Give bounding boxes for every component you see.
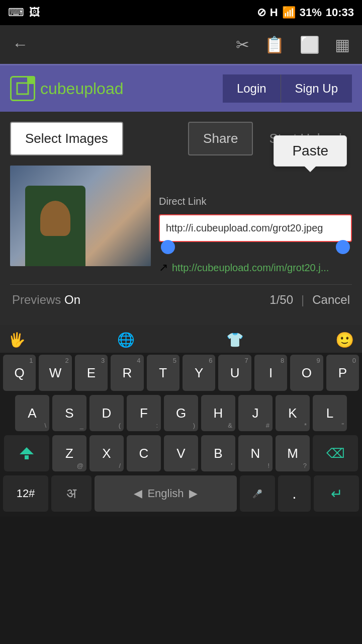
paste-button[interactable]: Paste	[274, 135, 347, 167]
key-a[interactable]: A\	[15, 395, 49, 431]
key-z[interactable]: Z@	[52, 435, 86, 471]
key-t[interactable]: 5T	[147, 355, 179, 391]
keyboard-row-2: A\ S_ D( F: G) H& J# K* L"	[0, 393, 362, 433]
kb-hand-icon[interactable]: 🖐	[8, 332, 26, 348]
signal-bars: 📶	[282, 6, 296, 19]
image-counter: 1/50	[269, 293, 293, 307]
enter-key[interactable]: ↵	[314, 475, 359, 512]
logo-icon	[10, 76, 35, 101]
select-images-button[interactable]: Select Images	[10, 122, 123, 155]
header-buttons: Login Sign Up	[223, 74, 352, 103]
image-links-row: Direct Link ↗ http://cubeupload.com/im/g…	[10, 166, 352, 274]
grid-icon[interactable]: ▦	[335, 35, 350, 54]
main-content: Select Images Share Start Upload Paste D…	[0, 112, 362, 325]
shift-key[interactable]	[4, 435, 49, 471]
keyboard-row-1: 1Q 2W 3E 4R 5T 6Y 7U 8I 9O 0P	[0, 353, 362, 393]
key-p[interactable]: 0P	[326, 355, 359, 391]
clipboard-icon[interactable]: 📋	[264, 35, 285, 54]
mic-icon: 🎤	[252, 489, 262, 499]
cancel-button[interactable]: Cancel	[312, 293, 350, 307]
space-left-arrow: ◀	[134, 487, 142, 500]
block-icon: ⊘	[257, 6, 266, 19]
battery: 31%	[300, 6, 322, 19]
shared-link-row: ↗ http://cubeupload.com/im/grot20.j...	[159, 261, 352, 274]
key-c[interactable]: C	[127, 435, 161, 471]
previews-section: Previews On	[12, 293, 80, 307]
shared-link-text: http://cubeupload.com/im/grot20.j...	[172, 262, 329, 274]
share-button[interactable]: Share	[188, 122, 253, 155]
key-b[interactable]: B'	[201, 435, 235, 471]
key-r[interactable]: 4R	[111, 355, 143, 391]
nav-bar: ← ✂ 📋 ⬜ ▦	[0, 25, 362, 65]
key-j[interactable]: J#	[238, 395, 273, 431]
key-l[interactable]: L"	[313, 395, 347, 431]
bottom-row: Previews On 1/50 | Cancel	[10, 284, 352, 315]
lang-key[interactable]: अ	[51, 475, 92, 512]
direct-link-wrapper	[159, 214, 352, 254]
logo-text: cubeupload	[40, 79, 123, 98]
link-handle-left	[161, 240, 175, 254]
border-icon[interactable]: ⬜	[300, 35, 320, 54]
key-f[interactable]: F:	[127, 395, 161, 431]
counter-cancel: 1/50 | Cancel	[269, 293, 350, 307]
key-q[interactable]: 1Q	[3, 355, 36, 391]
back-button[interactable]: ←	[12, 35, 28, 54]
keyboard: 🖐 🌐 👕 🙂 1Q 2W 3E 4R 5T 6Y 7U 8I 9O 0P A\…	[0, 325, 362, 517]
direct-link-label: Direct Link	[159, 196, 352, 207]
backspace-key[interactable]: ⌫	[313, 435, 358, 471]
key-g[interactable]: G)	[164, 395, 198, 431]
backspace-icon: ⌫	[326, 446, 345, 461]
cut-icon[interactable]: ✂	[236, 35, 249, 54]
key-m[interactable]: M?	[276, 435, 310, 471]
svg-rect-0	[17, 83, 28, 94]
kb-globe-icon[interactable]: 🌐	[117, 332, 135, 348]
space-key[interactable]: ◀ English ▶	[95, 475, 237, 512]
status-left: ⌨ 🖼	[8, 6, 40, 19]
keyboard-top-row: 🖐 🌐 👕 🙂	[0, 325, 362, 353]
previews-label: Previews	[12, 293, 61, 306]
links-area: Direct Link ↗ http://cubeupload.com/im/g…	[159, 166, 352, 274]
thumbnail-image	[10, 166, 151, 266]
key-k[interactable]: K*	[276, 395, 310, 431]
key-d[interactable]: D(	[89, 395, 124, 431]
nav-icons-right: ✂ 📋 ⬜ ▦	[236, 35, 350, 54]
previews-status: On	[64, 293, 80, 306]
mic-key[interactable]: 🎤	[240, 475, 275, 512]
key-u[interactable]: 7U	[218, 355, 251, 391]
direct-link-input[interactable]	[159, 214, 352, 242]
logo: cubeupload	[10, 76, 123, 101]
keyboard-bottom-row: 12# अ ◀ English ▶ 🎤 . ↵	[0, 473, 362, 517]
signal-h-icon: H	[270, 6, 278, 19]
keyboard-icon: ⌨	[8, 6, 24, 19]
kb-emoji-icon[interactable]: 🙂	[335, 331, 354, 349]
space-right-arrow: ▶	[189, 487, 198, 500]
key-i[interactable]: 8I	[254, 355, 287, 391]
login-button[interactable]: Login	[223, 74, 281, 103]
link-handles	[159, 240, 352, 254]
space-label: English	[147, 487, 184, 500]
key-v[interactable]: V_	[164, 435, 198, 471]
key-n[interactable]: N!	[238, 435, 273, 471]
keyboard-row-3: Z@ X/ C V_ B' N! M? ⌫	[0, 433, 362, 473]
key-o[interactable]: 9O	[290, 355, 323, 391]
enter-icon: ↵	[331, 486, 342, 502]
lang-devanagari-icon: अ	[66, 486, 76, 502]
link-handle-right	[336, 240, 350, 254]
status-bar: ⌨ 🖼 ⊘ H 📶 31% 10:33	[0, 0, 362, 25]
key-h[interactable]: H&	[201, 395, 235, 431]
num-sym-key[interactable]: 12#	[3, 475, 48, 512]
key-w[interactable]: 2W	[39, 355, 71, 391]
app-header: cubeupload Login Sign Up	[0, 65, 362, 112]
key-x[interactable]: X/	[89, 435, 124, 471]
thumbnail	[10, 166, 151, 266]
separator: |	[301, 293, 304, 307]
key-y[interactable]: 6Y	[183, 355, 215, 391]
key-s[interactable]: S_	[52, 395, 86, 431]
image-icon: 🖼	[29, 6, 40, 19]
status-right: ⊘ H 📶 31% 10:33	[257, 6, 354, 19]
key-e[interactable]: 3E	[75, 355, 108, 391]
share-icon: ↗	[159, 261, 168, 274]
signup-button[interactable]: Sign Up	[281, 74, 352, 103]
kb-tshirt-icon[interactable]: 👕	[226, 332, 244, 348]
period-key[interactable]: .	[278, 475, 311, 512]
